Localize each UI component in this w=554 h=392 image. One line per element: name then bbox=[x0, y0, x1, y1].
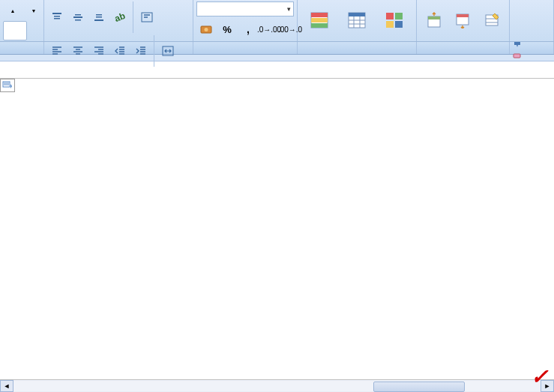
svg-rect-3 bbox=[75, 14, 81, 16]
svg-rect-4 bbox=[73, 16, 82, 18]
svg-point-12 bbox=[205, 28, 208, 31]
percent-button[interactable]: % bbox=[217, 20, 237, 38]
svg-rect-8 bbox=[94, 19, 103, 21]
insert-icon bbox=[426, 12, 442, 28]
scroll-left-button[interactable]: ◄ bbox=[0, 380, 13, 392]
format-cells-button[interactable] bbox=[478, 1, 505, 40]
align-middle-button[interactable] bbox=[68, 8, 88, 26]
autofill-options-button[interactable] bbox=[0, 79, 15, 92]
orientation-button[interactable]: ab bbox=[110, 8, 130, 26]
svg-rect-6 bbox=[96, 14, 102, 16]
svg-rect-18 bbox=[349, 13, 365, 16]
svg-rect-2 bbox=[54, 18, 60, 19]
font-grow-button[interactable]: ▲ bbox=[3, 1, 22, 19]
watermark: ✓ bbox=[529, 367, 548, 388]
font-shrink-button[interactable]: ▼ bbox=[24, 1, 43, 19]
svg-rect-16 bbox=[311, 23, 328, 28]
svg-rect-0 bbox=[52, 13, 61, 14]
ribbon: ▲ ▼ ab % bbox=[0, 0, 554, 42]
svg-rect-1 bbox=[54, 16, 60, 17]
svg-rect-26 bbox=[457, 14, 469, 17]
delete-icon bbox=[454, 12, 471, 28]
svg-rect-5 bbox=[75, 19, 81, 21]
insert-cells-button[interactable] bbox=[421, 1, 448, 40]
ribbon-group-labels bbox=[0, 42, 554, 55]
currency-button[interactable] bbox=[196, 20, 216, 38]
number-format-combo[interactable] bbox=[196, 1, 294, 16]
svg-rect-28 bbox=[514, 54, 520, 58]
phonetic-guide-button[interactable] bbox=[3, 21, 27, 40]
horizontal-scrollbar[interactable]: ◄ ► bbox=[0, 379, 554, 392]
cell-styles-button[interactable] bbox=[379, 1, 409, 40]
svg-rect-21 bbox=[386, 21, 394, 28]
svg-rect-14 bbox=[311, 13, 328, 17]
conditional-formatting-button[interactable] bbox=[304, 1, 334, 40]
increase-decimal-button[interactable]: .0→.00 bbox=[259, 20, 279, 38]
format-as-table-button[interactable] bbox=[342, 1, 372, 40]
cell-styles-icon bbox=[385, 12, 403, 28]
svg-rect-24 bbox=[428, 16, 440, 19]
align-top-button[interactable] bbox=[47, 8, 67, 26]
table-format-icon bbox=[348, 12, 366, 28]
svg-rect-19 bbox=[386, 13, 394, 19]
wrap-text-button[interactable] bbox=[136, 8, 160, 26]
conditional-format-icon bbox=[310, 12, 328, 28]
delete-cells-button[interactable] bbox=[449, 1, 476, 40]
comma-button[interactable]: , bbox=[238, 20, 258, 38]
svg-rect-22 bbox=[395, 21, 403, 28]
align-bottom-button[interactable] bbox=[89, 8, 109, 26]
svg-rect-15 bbox=[311, 18, 328, 22]
sort-filter-button[interactable] bbox=[523, 1, 547, 40]
svg-rect-7 bbox=[96, 16, 102, 18]
svg-rect-20 bbox=[395, 13, 403, 19]
format-icon bbox=[484, 12, 500, 28]
